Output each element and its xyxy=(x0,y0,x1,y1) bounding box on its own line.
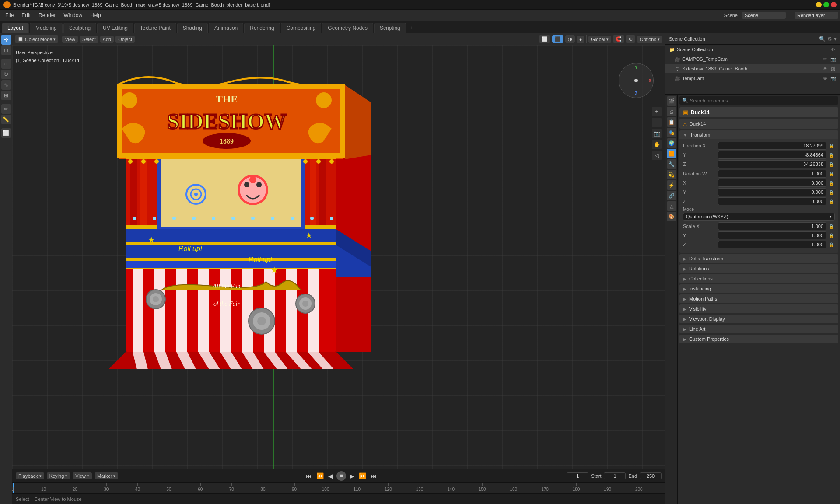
zoom-in-button[interactable]: + xyxy=(652,107,662,116)
cam-icon-tempcam[interactable]: 📷 xyxy=(830,75,836,82)
minimize-button[interactable] xyxy=(816,2,822,7)
tab-uv-editing[interactable]: UV Editing xyxy=(97,23,133,33)
stop-button[interactable]: ⏹ xyxy=(336,471,346,481)
view-menu[interactable]: View xyxy=(62,36,78,43)
line-art-header[interactable]: ▶ Line Art xyxy=(679,325,838,333)
rotate-tool-button[interactable]: ↻ xyxy=(1,70,11,79)
menu-render[interactable]: Render xyxy=(35,11,59,19)
close-button[interactable] xyxy=(831,2,836,7)
visibility-header[interactable]: ▶ Visibility xyxy=(679,304,838,313)
navigation-gizmo[interactable]: X Y Z xyxy=(619,63,658,102)
viewport-shading-wire[interactable]: ⬜ xyxy=(539,35,550,43)
props-search-input[interactable] xyxy=(690,98,836,103)
measure-tool-button[interactable]: 📏 xyxy=(1,115,11,124)
rotation-w-input[interactable] xyxy=(718,170,826,178)
props-tab-data[interactable]: △ xyxy=(667,201,676,211)
select-menu[interactable]: Select xyxy=(80,36,98,43)
relations-header[interactable]: ▶ Relations xyxy=(679,264,838,273)
marker-menu[interactable]: Marker ▾ xyxy=(94,472,118,480)
cursor-tool-button[interactable]: ✛ xyxy=(1,35,11,45)
playback-menu[interactable]: Playback ▾ xyxy=(16,472,44,480)
tab-scripting[interactable]: Scripting xyxy=(374,23,406,33)
options-button[interactable]: Options ▾ xyxy=(637,36,662,43)
add-menu[interactable]: Add xyxy=(100,36,114,43)
props-tab-scene[interactable]: 🎭 xyxy=(667,128,676,137)
tab-geometry-nodes[interactable]: Geometry Nodes xyxy=(322,23,373,33)
current-frame-input[interactable] xyxy=(567,472,588,480)
global-selector[interactable]: Global ▾ xyxy=(588,36,611,43)
tab-texture-paint[interactable]: Texture Paint xyxy=(134,23,176,33)
lock-icon-scale-y[interactable]: 🔒 xyxy=(828,233,835,238)
lock-icon-rot-z[interactable]: 🔒 xyxy=(828,199,835,204)
viewport-shading-material[interactable]: ◑ xyxy=(565,35,575,43)
location-z-input[interactable] xyxy=(718,160,826,168)
lock-icon-rot-x[interactable]: 🔒 xyxy=(828,181,835,186)
add-cube-button[interactable]: ⬜ xyxy=(1,128,11,138)
play-button[interactable]: ▶ xyxy=(349,472,355,480)
lock-icon-rot-w[interactable]: 🔒 xyxy=(828,172,835,176)
jump-to-start-button[interactable]: ⏮ xyxy=(305,472,313,480)
props-tab-particles[interactable]: 💫 xyxy=(667,170,676,179)
lock-icon-loc-x[interactable]: 🔒 xyxy=(828,144,835,148)
menu-edit[interactable]: Edit xyxy=(18,11,34,19)
camera-view-button[interactable]: 📷 xyxy=(652,129,662,138)
menu-file[interactable]: File xyxy=(2,11,17,19)
cam-icon-campos[interactable]: 📷 xyxy=(830,56,836,63)
props-tab-render[interactable]: 🎬 xyxy=(667,96,676,106)
scene-selector[interactable]: Scene xyxy=(742,12,786,19)
tab-sculpting[interactable]: Sculpting xyxy=(63,23,96,33)
location-x-input[interactable] xyxy=(718,142,826,150)
collections-header[interactable]: ▶ Collections xyxy=(679,274,838,283)
tab-animation[interactable]: Animation xyxy=(209,23,243,33)
rotation-z-input[interactable] xyxy=(718,197,826,205)
eye-icon-tempcam[interactable]: 👁 xyxy=(822,75,829,82)
props-tab-view-layer[interactable]: 📋 xyxy=(667,117,676,127)
lock-icon-loc-z[interactable]: 🔒 xyxy=(828,162,835,167)
rotation-x-input[interactable] xyxy=(718,179,826,187)
transform-section-header[interactable]: ▼ Transform xyxy=(679,130,838,139)
render-icon-booth[interactable]: 🖼 xyxy=(830,65,836,72)
timeline-ruler[interactable]: 1 10 20 30 40 50 60 70 80 xyxy=(12,482,665,494)
mode-selector[interactable]: 🔲 Object Mode ▾ xyxy=(15,35,58,43)
menu-help[interactable]: Help xyxy=(87,11,105,19)
eye-icon-campos[interactable]: 👁 xyxy=(822,56,829,63)
tab-shading[interactable]: Shading xyxy=(177,23,208,33)
viewport-shading-solid[interactable]: ⬛ xyxy=(552,35,564,43)
transform-tool-button[interactable]: ⊞ xyxy=(1,91,11,100)
tab-compositing[interactable]: Compositing xyxy=(281,23,322,33)
start-frame-input[interactable] xyxy=(604,472,626,480)
delta-transform-header[interactable]: ▶ Delta Transform xyxy=(679,254,838,263)
props-tab-object[interactable]: 🟧 xyxy=(667,149,676,158)
end-frame-input[interactable] xyxy=(640,472,662,480)
outliner-options-icon[interactable]: ▾ xyxy=(834,36,836,42)
instancing-header[interactable]: ▶ Instancing xyxy=(679,284,838,293)
rotation-y-input[interactable] xyxy=(718,188,826,196)
scale-z-input[interactable] xyxy=(718,241,826,248)
select-tool-button[interactable]: ◻ xyxy=(1,46,11,55)
viewport-shading-render[interactable]: ● xyxy=(577,36,585,43)
menu-window[interactable]: Window xyxy=(60,11,86,19)
play-reverse-button[interactable]: ◀ xyxy=(327,472,334,480)
outliner-item-booth[interactable]: ⬡ Sideshow_1889_Game_Booth 👁 🖼 xyxy=(665,64,840,74)
maximize-button[interactable] xyxy=(823,2,829,7)
toggle-sidebar-button[interactable]: ◁ xyxy=(652,150,662,160)
annotate-tool-button[interactable]: ✏ xyxy=(1,104,11,114)
location-y-input[interactable] xyxy=(718,151,826,159)
viewport-display-header[interactable]: ▶ Viewport Display xyxy=(679,315,838,323)
props-tab-physics[interactable]: ⚡ xyxy=(667,180,676,190)
lock-icon-scale-x[interactable]: 🔒 xyxy=(828,224,835,229)
view-menu-timeline[interactable]: View ▾ xyxy=(73,472,92,480)
scale-tool-button[interactable]: ⤡ xyxy=(1,80,11,90)
add-workspace-button[interactable]: + xyxy=(407,23,417,33)
tab-layout[interactable]: Layout xyxy=(2,23,29,33)
custom-properties-header[interactable]: ▶ Custom Properties xyxy=(679,335,838,343)
snapping-button[interactable]: 🧲 xyxy=(613,35,624,43)
lock-icon-rot-y[interactable]: 🔒 xyxy=(828,190,835,195)
jump-to-end-button[interactable]: ⏭ xyxy=(370,472,378,480)
lock-icon-scale-z[interactable]: 🔒 xyxy=(828,242,835,247)
keying-menu[interactable]: Keying ▾ xyxy=(47,472,70,480)
rotation-mode-dropdown[interactable]: Quaternion (WXYZ) ▾ xyxy=(683,213,835,220)
move-tool-button[interactable]: ↔ xyxy=(1,59,11,69)
proportional-edit[interactable]: ⊙ xyxy=(626,35,635,43)
zoom-out-button[interactable]: - xyxy=(652,118,662,127)
